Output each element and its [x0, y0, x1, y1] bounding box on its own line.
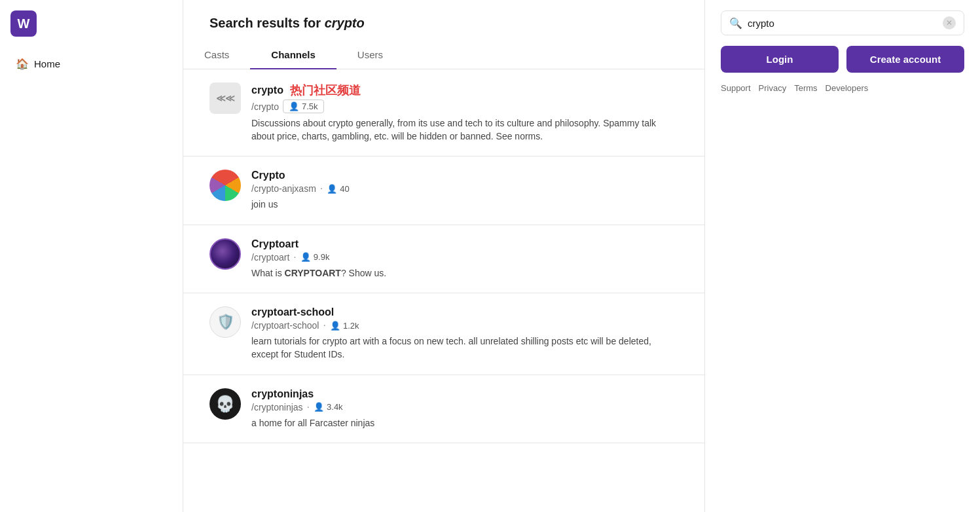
- avatar-cryptoninjas: 💀: [209, 388, 241, 420]
- handle-row-crypto2: /crypto-anjxasm · 👤 40: [251, 183, 678, 194]
- result-info-cryptoninjas: cryptoninjas /cryptoninjas · 👤 3.4k a ho…: [251, 388, 678, 430]
- handle-row-cryptoninjas: /cryptoninjas · 👤 3.4k: [251, 401, 678, 413]
- members-count-cryptoninjas: 3.4k: [327, 402, 343, 412]
- person-icon2: 👤: [327, 184, 337, 194]
- sidebar-item-home[interactable]: 🏠 Home: [10, 52, 172, 75]
- members-count-cryptoart-school: 1.2k: [343, 321, 359, 331]
- handle-crypto2: /crypto-anjxasm: [251, 183, 316, 194]
- result-item-cryptoart[interactable]: Cryptoart /cryptoart · 👤 9.9k What is CR…: [183, 225, 704, 294]
- logo[interactable]: W: [10, 10, 37, 37]
- hot-label: 热门社区频道: [290, 82, 361, 98]
- person-icon4: 👤: [330, 321, 340, 331]
- search-title: Search results for crypto: [209, 16, 678, 31]
- footer-link-developers[interactable]: Developers: [826, 83, 869, 93]
- main-content: Search results for crypto Casts Channels…: [183, 0, 705, 512]
- handle-row-cryptoart: /cryptoart · 👤 9.9k: [251, 251, 678, 263]
- members-count-crypto: 7.5k: [302, 101, 318, 111]
- result-info-crypto: crypto 热门社区频道 /crypto 👤 7.5k Discussions…: [251, 82, 678, 143]
- result-name-cryptoart-school: cryptoart-school: [251, 306, 678, 318]
- result-name-cryptoninjas: cryptoninjas: [251, 388, 678, 400]
- handle-cryptoart: /cryptoart: [251, 252, 289, 263]
- clear-icon[interactable]: ✕: [943, 16, 956, 29]
- result-item-cryptoart-school[interactable]: 🛡️ cryptoart-school /cryptoart-school · …: [183, 293, 704, 375]
- result-item-crypto2[interactable]: Crypto /crypto-anjxasm · 👤 40 join us: [183, 156, 704, 225]
- result-name-cryptoart: Cryptoart: [251, 238, 678, 250]
- members-crypto2: 👤 40: [327, 184, 349, 194]
- footer-link-terms[interactable]: Terms: [794, 83, 817, 93]
- footer-links: Support Privacy Terms Developers: [721, 83, 964, 93]
- handle-row-crypto: /crypto 👤 7.5k: [251, 100, 678, 113]
- person-icon3: 👤: [300, 252, 311, 262]
- description-cryptoart: What is CRYPTOART? Show us.: [251, 267, 678, 280]
- avatar-crypto2: [209, 170, 241, 201]
- members-cryptoninjas: 👤 3.4k: [314, 402, 343, 412]
- footer-link-support[interactable]: Support: [721, 83, 751, 93]
- auth-buttons: Login Create account: [721, 46, 964, 73]
- sidebar: W 🏠 Home: [0, 0, 183, 512]
- result-name-crypto: crypto 热门社区频道: [251, 82, 678, 98]
- footer-link-privacy[interactable]: Privacy: [759, 83, 787, 93]
- members-cryptoart: 👤 9.9k: [300, 252, 330, 262]
- handle-cryptoninjas: /cryptoninjas: [251, 402, 303, 412]
- avatar-cryptoart-school: 🛡️: [209, 306, 241, 338]
- result-item-crypto[interactable]: ≪≪ crypto 热门社区频道 /crypto 👤 7.5k Discu: [183, 69, 704, 156]
- members-box-crypto: 👤 7.5k: [283, 100, 324, 113]
- description-crypto2: join us: [251, 198, 678, 211]
- home-label: Home: [34, 58, 60, 69]
- search-icon: 🔍: [729, 17, 742, 29]
- person-icon5: 👤: [314, 402, 324, 412]
- members-cryptoart-school: 👤 1.2k: [330, 321, 359, 331]
- members-count-cryptoart: 9.9k: [314, 252, 330, 262]
- result-info-cryptoart: Cryptoart /cryptoart · 👤 9.9k What is CR…: [251, 238, 678, 280]
- result-item-cryptoninjas[interactable]: 💀 cryptoninjas /cryptoninjas · 👤 3.4k a …: [183, 375, 704, 444]
- handle-row-cryptoart-school: /cryptoart-school · 👤 1.2k: [251, 320, 678, 331]
- tabs: Casts Channels Users: [183, 41, 704, 69]
- right-panel: 🔍 ✕ Login Create account Support Privacy…: [705, 0, 980, 512]
- results-list: ≪≪ crypto 热门社区频道 /crypto 👤 7.5k Discu: [183, 69, 704, 443]
- tab-casts[interactable]: Casts: [183, 41, 250, 69]
- result-info-cryptoart-school: cryptoart-school /cryptoart-school · 👤 1…: [251, 306, 678, 361]
- tab-users[interactable]: Users: [336, 41, 404, 69]
- search-input[interactable]: [748, 18, 937, 29]
- handle-cryptoart-school: /cryptoart-school: [251, 320, 319, 331]
- search-prefix: Search results for: [209, 16, 325, 30]
- home-icon: 🏠: [16, 58, 29, 70]
- login-button[interactable]: Login: [721, 46, 839, 73]
- search-header: Search results for crypto: [183, 0, 704, 31]
- result-name-crypto2: Crypto: [251, 170, 678, 181]
- description-cryptoart-school: learn tutorials for crypto art with a fo…: [251, 335, 678, 361]
- handle-crypto: /crypto: [251, 101, 279, 112]
- search-query-title: crypto: [325, 16, 365, 30]
- avatar-crypto: ≪≪: [209, 82, 241, 114]
- members-count-crypto2: 40: [340, 184, 349, 194]
- description-crypto: Discussions about crypto generally, from…: [251, 117, 678, 143]
- person-icon: 👤: [289, 101, 299, 111]
- description-cryptoninjas: a home for all Farcaster ninjas: [251, 417, 678, 430]
- logo-letter: W: [18, 16, 30, 31]
- avatar-cryptoart: [209, 238, 241, 270]
- search-box[interactable]: 🔍 ✕: [721, 10, 964, 35]
- tab-channels[interactable]: Channels: [250, 41, 336, 69]
- create-account-button[interactable]: Create account: [846, 46, 964, 73]
- result-info-crypto2: Crypto /crypto-anjxasm · 👤 40 join us: [251, 170, 678, 211]
